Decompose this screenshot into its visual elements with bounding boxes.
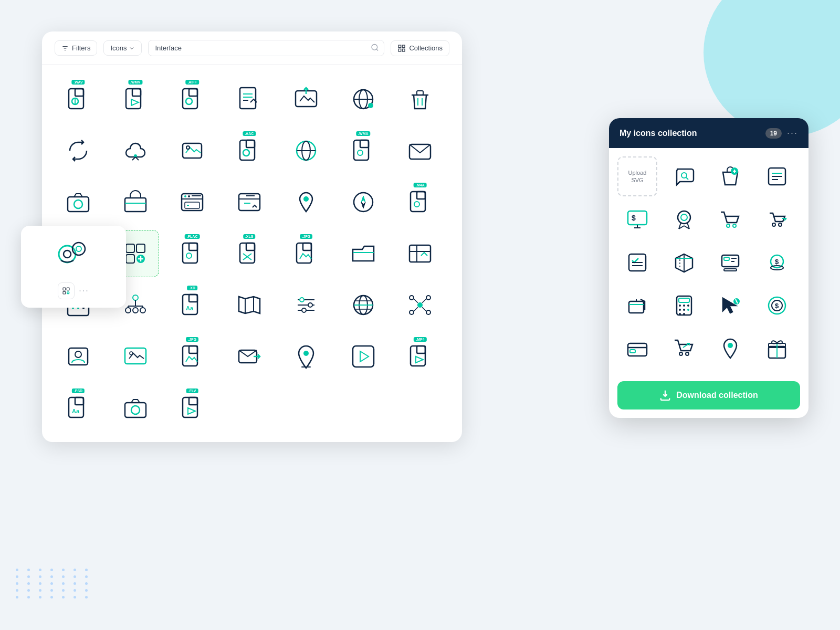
svg-rect-6 [403,45,405,48]
icon-aiff[interactable]: .AIFF [169,76,216,123]
panel-icon-shopping-bag-add[interactable] [710,156,750,196]
svg-marker-104 [239,297,260,313]
download-collection-button[interactable]: Download collection [617,381,800,410]
panel-icon-location[interactable] [710,329,750,369]
icon-jpg2[interactable]: .JPG [169,333,216,380]
svg-point-36 [186,146,190,149]
panel-icon-coins[interactable]: $ [757,243,797,282]
svg-point-96 [140,308,145,313]
svg-rect-19 [240,88,256,109]
icon-cloud-network[interactable] [112,127,159,174]
icon-globe[interactable] [340,76,387,123]
icon-mp4[interactable]: .MP4 [396,333,444,380]
icon-settings-sliders[interactable] [282,281,330,329]
svg-point-39 [243,150,249,156]
svg-rect-195 [724,269,737,271]
svg-rect-131 [183,346,197,366]
svg-point-121 [410,310,414,314]
icon-wmv[interactable]: .WMV [112,76,159,123]
icon-refresh[interactable] [55,127,102,174]
panel-icon-pos[interactable] [710,243,750,282]
svg-point-111 [308,303,312,307]
svg-rect-38 [246,140,255,148]
icon-landscape[interactable] [169,127,216,174]
svg-rect-82 [303,243,311,250]
svg-rect-139 [411,346,425,366]
icon-profile[interactable] [55,333,102,380]
svg-point-151 [64,250,71,258]
upload-svg-button[interactable]: UploadSVG [617,156,657,196]
panel-icon-cursor[interactable] [710,286,750,326]
svg-point-205 [687,304,689,307]
panel-icon-search-chat[interactable] [664,156,704,196]
icon-pin[interactable] [282,178,330,226]
icon-globe3[interactable] [340,281,387,329]
panel-icon-calculator[interactable] [664,286,704,326]
panel-icon-news[interactable] [757,156,797,196]
icon-email[interactable] [396,127,444,174]
panel-icon-checklist[interactable] [617,243,657,282]
svg-rect-145 [125,403,146,417]
svg-rect-101 [183,295,197,314]
svg-rect-219 [630,350,635,353]
icon-map[interactable] [226,281,273,329]
icon-network-nodes[interactable] [396,281,444,329]
icon-play-square[interactable] [340,333,387,380]
svg-marker-64 [361,202,365,208]
svg-point-94 [125,308,131,313]
search-input[interactable] [148,40,384,56]
panel-icon-credit-card[interactable] [617,329,657,369]
icon-location-pin[interactable] [282,333,330,380]
icon-image-upload[interactable] [282,76,330,123]
icon-shop[interactable] [112,178,159,226]
icon-xls[interactable]: .XLS [226,230,273,277]
icon-m4a[interactable]: .M4A [396,178,444,226]
svg-text:$: $ [775,302,779,310]
icon-psd[interactable]: .PSD Aa [55,384,102,432]
panel-icon-award[interactable] [664,200,704,239]
icon-wma[interactable]: .WMA [340,127,387,174]
icon-flv[interactable]: .FLV [169,384,216,432]
icon-flac[interactable]: .FLAC [169,230,216,277]
icon-compass[interactable] [340,178,387,226]
svg-point-220 [679,352,682,355]
svg-point-54 [188,195,190,197]
panel-icon-package[interactable] [664,243,704,282]
svg-point-48 [74,200,82,208]
icon-mail-send[interactable] [226,333,273,380]
search-icon [371,43,379,53]
svg-point-182 [779,223,782,226]
icon-wav[interactable]: .WAV [55,76,102,123]
panel-icon-dollar-badge[interactable]: $ [757,286,797,326]
icon-jpg[interactable]: .JPG [282,230,330,277]
svg-marker-15 [131,99,139,106]
icon-browser[interactable] [169,178,216,226]
panel-icon-price-monitor[interactable]: $ [617,200,657,239]
panel-icon-delivery[interactable] [617,286,657,326]
icon-doc[interactable] [226,76,273,123]
icon-image2[interactable] [112,333,159,380]
icon-data-table[interactable] [396,230,444,277]
svg-point-203 [679,304,681,307]
panel-more-button[interactable]: ··· [787,128,798,139]
filter-button[interactable]: Filters [55,40,97,56]
collections-button[interactable]: Collections [391,40,449,56]
icon-browser-edit[interactable] [226,178,273,226]
type-dropdown[interactable]: Icons [103,40,142,56]
icon-folder-open[interactable] [340,230,387,277]
icon-aac[interactable]: .AAC [226,127,273,174]
icon-trash[interactable] [396,76,444,123]
icon-camera[interactable] [55,178,102,226]
panel-icon-gift[interactable] [757,329,797,369]
svg-rect-154 [63,288,66,290]
icon-globe2[interactable] [282,127,330,174]
tooltip-add-button[interactable] [58,282,75,299]
panel-icon-cart-delivery[interactable] [757,200,797,239]
svg-point-93 [133,295,138,300]
panel-icon-cart[interactable] [710,200,750,239]
icon-camera2[interactable] [112,384,159,432]
svg-point-122 [426,310,430,314]
panel-icon-cart-checkout[interactable] [664,329,704,369]
svg-rect-13 [126,89,141,109]
icon-xd[interactable]: .XD Aa [169,281,216,329]
